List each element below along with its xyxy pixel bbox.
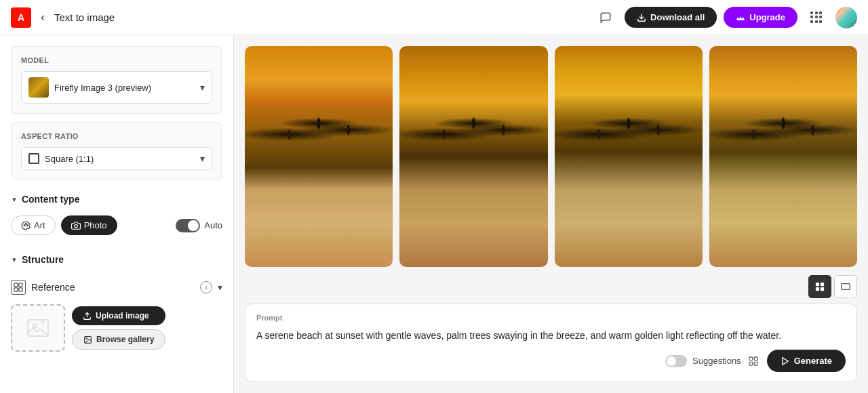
upload-buttons: Upload image Browse gallery	[72, 306, 165, 350]
svg-rect-20	[754, 357, 757, 360]
upload-image-button[interactable]: Upload image	[72, 306, 165, 325]
avatar[interactable]	[835, 7, 857, 28]
prompt-area: Prompt A serene beach at sunset with gen…	[245, 304, 857, 382]
comment-icon	[599, 12, 612, 24]
svg-point-2	[25, 223, 26, 224]
art-icon	[21, 221, 31, 230]
crown-icon	[736, 13, 745, 22]
camera-icon	[71, 221, 81, 230]
svg-rect-18	[842, 284, 850, 290]
svg-rect-19	[749, 357, 753, 360]
aspect-row-left: Square (1:1)	[28, 153, 94, 164]
image-card-1[interactable]	[245, 46, 393, 267]
svg-rect-5	[14, 283, 18, 287]
browse-gallery-button[interactable]: Browse gallery	[72, 329, 165, 350]
svg-rect-6	[19, 283, 22, 287]
topbar: A ‹ Text to image Download all Upgrade	[0, 0, 868, 35]
content-area: Prompt A serene beach at sunset with gen…	[234, 35, 868, 393]
svg-point-13	[86, 337, 87, 339]
aspect-value: Square (1:1)	[45, 154, 94, 164]
svg-rect-15	[821, 283, 824, 286]
structure-section: ▼ Structure R	[11, 249, 222, 357]
reference-right: i ▾	[200, 281, 222, 293]
structure-header[interactable]: ▼ Structure	[11, 249, 222, 270]
reference-row: Reference i ▾	[11, 276, 222, 299]
generate-button[interactable]: Generate	[767, 350, 846, 372]
gallery-icon	[83, 335, 92, 344]
download-all-button[interactable]: Download all	[625, 7, 717, 28]
art-button[interactable]: Art	[11, 215, 56, 235]
download-icon	[637, 13, 646, 22]
svg-rect-17	[821, 287, 824, 291]
model-selector-left: Firefly Image 3 (preview)	[28, 77, 151, 98]
upload-icon	[83, 312, 92, 320]
image-card-4[interactable]	[709, 46, 857, 267]
model-name: Firefly Image 3 (preview)	[54, 83, 151, 93]
aspect-chevron-icon: ▾	[200, 153, 205, 164]
model-section: Model Firefly Image 3 (preview) ▾	[11, 46, 222, 114]
upload-placeholder-icon	[26, 316, 50, 340]
square-aspect-icon	[28, 153, 39, 164]
image-card-2[interactable]	[399, 46, 547, 267]
apps-grid-icon	[810, 12, 823, 24]
aspect-ratio-label: Aspect ratio	[21, 132, 212, 140]
structure-chevron-icon: ▼	[11, 256, 18, 264]
suggestions-row: Suggestions	[665, 354, 760, 368]
content-type-section: ▼ Content type Art	[11, 188, 222, 241]
content-type-row: Art Photo Auto	[11, 215, 222, 235]
image-card-3[interactable]	[555, 46, 703, 267]
structure-body: Reference i ▾	[11, 270, 222, 357]
generate-icon	[781, 356, 790, 366]
reference-grid-icon	[11, 280, 26, 295]
suggestions-toggle[interactable]	[665, 355, 687, 367]
reference-chevron-icon: ▾	[218, 282, 222, 293]
comment-button[interactable]	[593, 5, 618, 30]
single-view-icon	[841, 282, 850, 291]
svg-rect-8	[19, 288, 22, 291]
auto-toggle-switch[interactable]	[176, 219, 200, 232]
view-toggle	[245, 275, 857, 298]
prompt-settings-icon[interactable]	[747, 354, 760, 368]
grid-view-icon	[815, 282, 825, 291]
model-thumbnail	[28, 77, 49, 98]
photo-button[interactable]: Photo	[61, 215, 117, 235]
page-title: Text to image	[54, 12, 115, 23]
apps-button[interactable]	[804, 5, 829, 30]
info-icon[interactable]: i	[200, 281, 212, 293]
prompt-footer: Suggestions	[256, 350, 846, 372]
svg-point-4	[74, 224, 77, 228]
reference-left: Reference	[11, 280, 75, 295]
svg-rect-21	[749, 362, 753, 365]
prompt-text[interactable]: A serene beach at sunset with gentle wav…	[256, 329, 846, 343]
images-grid	[245, 46, 857, 267]
svg-rect-16	[816, 287, 819, 291]
upload-placeholder	[11, 304, 65, 352]
svg-point-3	[27, 224, 28, 226]
grid-view-button[interactable]	[808, 275, 831, 298]
model-chevron-icon: ▾	[200, 82, 205, 93]
model-selector[interactable]: Firefly Image 3 (preview) ▾	[21, 71, 212, 104]
sidebar: Model Firefly Image 3 (preview) ▾ Aspect…	[0, 35, 234, 393]
svg-rect-14	[816, 283, 819, 286]
svg-point-1	[24, 224, 25, 226]
prompt-label: Prompt	[256, 314, 846, 322]
adobe-logo: A	[11, 7, 31, 28]
upload-area: Upload image Browse gallery	[11, 304, 222, 352]
single-view-button[interactable]	[834, 275, 857, 298]
svg-rect-7	[14, 288, 18, 291]
svg-rect-22	[754, 362, 757, 365]
content-type-body: Art Photo Auto	[11, 210, 222, 241]
auto-toggle-row: Auto	[176, 219, 222, 232]
topbar-right: Download all Upgrade	[593, 5, 857, 30]
svg-point-10	[33, 324, 37, 328]
upgrade-button[interactable]: Upgrade	[724, 7, 797, 28]
svg-marker-23	[783, 357, 788, 365]
topbar-left: A ‹ Text to image	[11, 7, 593, 28]
content-type-header[interactable]: ▼ Content type	[11, 188, 222, 210]
content-type-chevron-icon: ▼	[11, 196, 18, 203]
aspect-ratio-section: Aspect ratio Square (1:1) ▾	[11, 122, 222, 180]
model-label: Model	[21, 56, 212, 64]
main-layout: Model Firefly Image 3 (preview) ▾ Aspect…	[0, 35, 868, 393]
back-button[interactable]: ‹	[38, 7, 47, 27]
aspect-ratio-selector[interactable]: Square (1:1) ▾	[21, 147, 212, 170]
